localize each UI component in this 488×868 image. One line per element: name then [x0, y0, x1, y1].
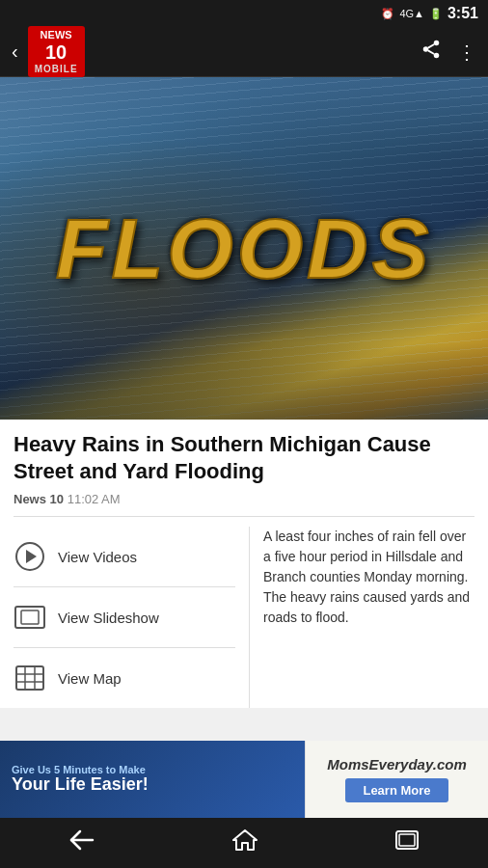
- article-source: News 10: [14, 492, 64, 506]
- learn-more-button[interactable]: Learn More: [345, 778, 447, 802]
- status-bar: ⏰ 4G▲ 🔋 3:51: [0, 0, 488, 27]
- svg-point-1: [423, 46, 429, 52]
- view-slideshow-item[interactable]: View Slideshow: [14, 587, 235, 648]
- banner-logo: MomsEveryday.com: [327, 756, 467, 773]
- bottom-nav: [0, 818, 488, 868]
- view-map-label: View Map: [58, 670, 122, 687]
- hero-bottom-overlay: [0, 342, 488, 420]
- back-nav-button[interactable]: [53, 822, 111, 864]
- view-videos-item[interactable]: View Videos: [14, 527, 235, 587]
- hero-image: FLOODS: [0, 77, 488, 420]
- app-logo: NEWS 10 MOBILE: [28, 26, 85, 76]
- app-bar-right: ⋮: [420, 39, 476, 65]
- svg-rect-7: [16, 666, 43, 690]
- view-map-item[interactable]: View Map: [14, 648, 235, 708]
- article-meta: News 10 11:02 AM: [14, 492, 474, 517]
- article-text-col: A least four inches of rain fell over a …: [250, 527, 474, 708]
- article-time: 11:02 AM: [68, 492, 121, 506]
- banner-right[interactable]: MomsEveryday.com Learn More: [305, 741, 488, 818]
- logo-number: 10: [45, 41, 67, 64]
- back-button[interactable]: ‹: [12, 41, 18, 63]
- floods-text: FLOODS: [56, 200, 433, 298]
- home-nav-button[interactable]: [217, 821, 273, 865]
- floods-headline-container: FLOODS: [56, 200, 433, 298]
- svg-point-0: [434, 41, 440, 46]
- recents-nav-button[interactable]: [379, 822, 435, 864]
- article-body-text: A least four inches of rain fell over a …: [263, 527, 474, 628]
- status-time: 3:51: [447, 5, 478, 22]
- view-slideshow-label: View Slideshow: [58, 610, 159, 626]
- network-icon: 4G▲: [399, 8, 424, 19]
- svg-marker-13: [233, 830, 257, 850]
- share-icon[interactable]: [420, 39, 442, 65]
- article-body: View Videos View Slideshow: [14, 527, 474, 708]
- status-icons: ⏰ 4G▲ 🔋 3:51: [381, 5, 478, 22]
- app-bar: ‹ NEWS 10 MOBILE ⋮: [0, 27, 488, 77]
- hero-top-overlay: [0, 77, 488, 154]
- action-list: View Videos View Slideshow: [14, 527, 250, 708]
- banner-ad[interactable]: Give Us 5 Minutes to Make Your Life Easi…: [0, 741, 488, 818]
- play-icon: [14, 540, 46, 573]
- article-content: Heavy Rains in Southern Michigan Cause S…: [0, 420, 488, 708]
- svg-rect-6: [21, 610, 39, 624]
- map-icon: [14, 662, 46, 694]
- article-title: Heavy Rains in Southern Michigan Cause S…: [14, 431, 474, 484]
- alarm-icon: ⏰: [381, 8, 394, 20]
- banner-headline: Your Life Easier!: [12, 775, 293, 795]
- svg-line-3: [428, 50, 434, 54]
- banner-left: Give Us 5 Minutes to Make Your Life Easi…: [0, 741, 305, 818]
- logo-mobile-text: MOBILE: [35, 64, 78, 74]
- view-videos-label: View Videos: [58, 549, 137, 565]
- svg-rect-15: [399, 834, 415, 846]
- more-options-icon[interactable]: ⋮: [457, 41, 476, 64]
- slideshow-icon: [14, 601, 46, 634]
- logo-news-text: NEWS: [41, 29, 72, 41]
- svg-point-2: [434, 53, 440, 58]
- battery-icon: 🔋: [429, 8, 443, 20]
- app-bar-left: ‹ NEWS 10 MOBILE: [12, 26, 85, 76]
- svg-line-4: [428, 44, 434, 48]
